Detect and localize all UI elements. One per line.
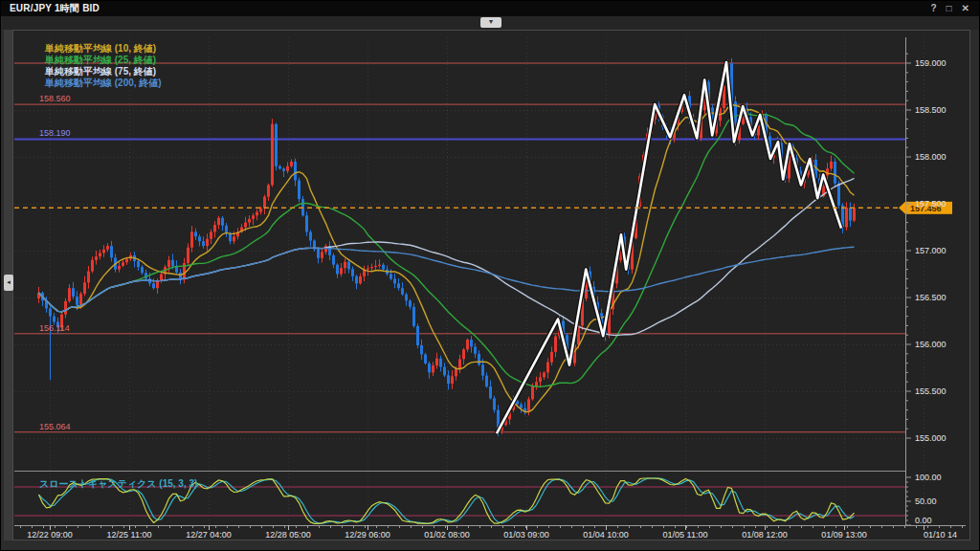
stoch-tick-label: 0.00 — [915, 516, 932, 525]
y-tick-label: 155.000 — [915, 433, 947, 443]
candle-body — [853, 208, 856, 220]
candle-body — [420, 345, 423, 354]
candle-body — [256, 212, 258, 216]
candle-body — [321, 252, 323, 257]
candle-body — [305, 215, 308, 231]
candle-body — [122, 262, 124, 266]
candle-body — [221, 218, 224, 226]
x-tick-label: 01/09 13:00 — [821, 530, 867, 540]
candle-body — [49, 308, 52, 316]
stoch-tick-label: 100.00 — [915, 473, 942, 482]
candle-body — [68, 288, 71, 301]
candle-body — [489, 386, 492, 398]
candle-body — [252, 215, 255, 219]
candle-body — [347, 262, 350, 270]
y-tick-label: 157.500 — [915, 199, 947, 209]
candle-body — [351, 269, 354, 276]
candle-body — [259, 209, 262, 212]
stoch-tick-label: 50.00 — [915, 496, 937, 506]
candle-body — [91, 260, 94, 272]
legend-item-ma: 単純移動平均線 (25, 終値) — [44, 55, 156, 65]
candle-body — [278, 166, 281, 168]
candle-body — [137, 261, 140, 267]
legend-item-ma: 単純移動平均線 (75, 終値) — [44, 66, 156, 77]
candle-body — [202, 241, 205, 246]
candle-body — [470, 340, 473, 346]
candle-body — [458, 359, 461, 368]
candle-body — [125, 259, 128, 263]
candle-body — [110, 246, 113, 257]
candle-body — [527, 399, 530, 411]
stochastic-legend: スローストキャスティクス (15, 3, 3) — [39, 478, 197, 489]
candle-body — [481, 364, 484, 375]
candle-body — [837, 184, 840, 206]
candle-body — [390, 275, 392, 279]
axis-labels: 159.000158.500158.000157.500157.000156.5… — [27, 43, 957, 540]
candle-body — [834, 162, 836, 184]
candle-body — [141, 267, 144, 273]
candle-body — [79, 294, 82, 305]
candle-body — [187, 248, 189, 263]
candle-body — [317, 250, 320, 258]
candle-body — [520, 405, 523, 408]
candle-body — [432, 365, 434, 372]
legend-item-ma: 単純移動平均線 (200, 終値) — [44, 77, 162, 88]
candle-body — [332, 255, 335, 265]
moving-averages — [39, 105, 855, 412]
candle-body — [428, 364, 431, 372]
candle-body — [171, 260, 174, 267]
candle-body — [190, 231, 193, 247]
x-tick-label: 01/02 08:00 — [424, 530, 470, 540]
candle-body — [849, 208, 852, 221]
candle-body — [830, 162, 833, 168]
candle-body — [229, 233, 232, 241]
level-line-label: 158.190 — [39, 128, 71, 138]
candle-body — [374, 266, 377, 267]
candle-body — [87, 272, 90, 283]
x-tick-label: 12/29 06:00 — [345, 530, 390, 540]
y-tick-label: 159.000 — [915, 58, 947, 68]
candle-body — [455, 368, 457, 376]
y-tick-label: 156.000 — [915, 340, 947, 349]
candle-body — [194, 231, 197, 236]
y-tick-label: 155.500 — [915, 386, 947, 396]
candle-body — [99, 253, 101, 256]
candle-body — [543, 372, 546, 377]
chart-window: EUR/JPY 1時間 BID ? □ ✕ ▾ ◂ 157.456159.000… — [0, 0, 980, 551]
candle-body — [206, 239, 209, 246]
candle-body — [244, 223, 247, 228]
candle-body — [271, 124, 274, 186]
candle-body — [344, 262, 346, 268]
candle-body — [210, 231, 212, 238]
candle-body — [72, 288, 75, 297]
candle-body — [393, 278, 396, 283]
x-tick-label: 12/28 05:00 — [265, 530, 311, 540]
candle-body — [409, 300, 412, 307]
candle-body — [198, 236, 201, 241]
candle-body — [118, 266, 121, 270]
level-lines — [14, 63, 905, 432]
candle-body — [397, 283, 400, 288]
x-tick-label: 01/04 10:00 — [583, 530, 629, 540]
candle-body — [355, 276, 358, 284]
candle-body — [539, 377, 542, 382]
candle-body — [290, 162, 293, 166]
candle-body — [474, 346, 477, 353]
price-chart[interactable]: 157.456159.000158.500158.000157.500157.0… — [1, 1, 980, 551]
candle-body — [554, 337, 557, 352]
y-tick-label: 157.000 — [915, 246, 947, 255]
candle-body — [95, 256, 98, 260]
candle-body — [233, 236, 235, 241]
candle-body — [416, 326, 419, 345]
candle-body — [439, 359, 442, 367]
candle-body — [336, 265, 339, 275]
x-tick-label: 01/05 11:00 — [663, 530, 708, 540]
y-tick-label: 158.000 — [915, 152, 947, 162]
ma-25-line — [39, 114, 855, 386]
candle-body — [466, 340, 469, 349]
candle-body — [248, 219, 251, 223]
candle-body — [493, 398, 496, 409]
candle-body — [53, 317, 56, 322]
level-line-label: 156.114 — [39, 323, 70, 333]
candle-body — [424, 354, 427, 363]
